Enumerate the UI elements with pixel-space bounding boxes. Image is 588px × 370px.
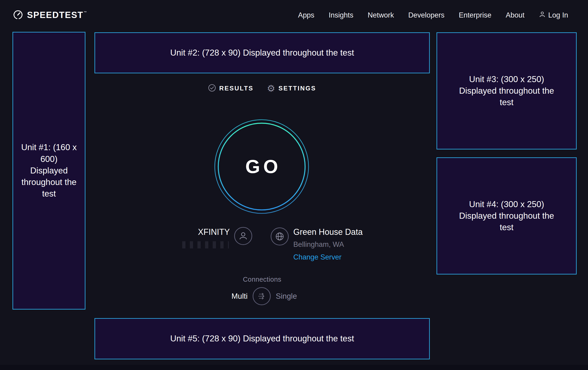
globe-icon — [271, 228, 289, 245]
ad-unit-1[interactable]: Unit #1: (160 x 600) Displayed throughou… — [12, 32, 85, 310]
ad-unit-1-text: Unit #1: (160 x 600) Displayed throughou… — [21, 142, 77, 200]
footer-strip — [0, 365, 588, 370]
nav-item-network[interactable]: Network — [368, 11, 394, 19]
nav-item-enterprise[interactable]: Enterprise — [459, 11, 491, 19]
tabs-row: RESULTS ⚙︎ SETTINGS — [94, 83, 430, 94]
connections-multi-option[interactable]: Multi — [199, 291, 248, 301]
login-label: Log In — [548, 11, 568, 19]
go-label: GO — [214, 119, 309, 214]
user-circle-icon — [234, 227, 252, 245]
server-location: Bellingham, WA — [293, 240, 363, 249]
server-info: Green House Data Bellingham, WA Change S… — [293, 227, 363, 261]
login-button[interactable]: Log In — [539, 11, 568, 20]
go-button[interactable]: GO — [214, 119, 309, 214]
ad-unit-2-text: Unit #2: (728 x 90) Displayed throughout… — [170, 47, 354, 59]
tab-settings-label: SETTINGS — [279, 85, 316, 92]
gauge-icon — [13, 9, 23, 21]
check-circle-icon — [208, 84, 216, 93]
nav-item-insights[interactable]: Insights — [329, 11, 353, 19]
ad-unit-5-text: Unit #5: (728 x 90) Displayed throughout… — [170, 333, 354, 344]
nav-item-about[interactable]: About — [506, 11, 525, 19]
brand-name: SPEEDTEST — [27, 10, 83, 20]
ad-unit-3-text: Unit #3: (300 x 250) Displayed throughou… — [458, 74, 556, 109]
navbar: SPEEDTEST ™ Apps Insights Network Develo… — [0, 0, 588, 28]
server-name: Green House Data — [293, 227, 363, 237]
isp-name[interactable]: XFINITY — [148, 227, 230, 237]
speedtest-logo[interactable]: SPEEDTEST ™ — [13, 9, 87, 21]
ad-unit-2[interactable]: Unit #2: (728 x 90) Displayed throughout… — [94, 32, 430, 73]
ad-unit-4[interactable]: Unit #4: (300 x 250) Displayed throughou… — [437, 157, 577, 274]
nav-links: Apps Insights Network Developers Enterpr… — [298, 9, 568, 21]
connections-single-option[interactable]: Single — [276, 291, 297, 301]
isp-ip-redacted — [180, 241, 229, 249]
tab-results[interactable]: RESULTS — [208, 84, 253, 93]
trademark-mark: ™ — [84, 11, 87, 14]
connections-toggle-icon[interactable] — [253, 287, 271, 305]
tab-results-label: RESULTS — [219, 85, 253, 92]
ad-unit-5[interactable]: Unit #5: (728 x 90) Displayed throughout… — [94, 318, 430, 359]
ad-unit-3[interactable]: Unit #3: (300 x 250) Displayed throughou… — [437, 32, 577, 150]
ad-unit-4-text: Unit #4: (300 x 250) Displayed throughou… — [458, 199, 556, 233]
person-icon — [539, 11, 546, 20]
nav-item-developers[interactable]: Developers — [408, 11, 445, 19]
tab-settings[interactable]: ⚙︎ SETTINGS — [267, 84, 316, 92]
change-server-link[interactable]: Change Server — [293, 253, 363, 261]
speedtest-page: SPEEDTEST ™ Apps Insights Network Develo… — [0, 0, 588, 370]
connections-label: Connections — [94, 276, 430, 283]
gear-icon: ⚙︎ — [267, 84, 275, 92]
nav-item-apps[interactable]: Apps — [298, 11, 314, 19]
